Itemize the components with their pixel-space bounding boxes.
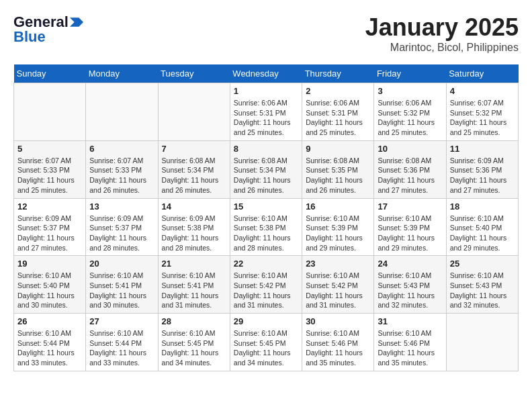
- cell-info: Sunrise: 6:10 AM Sunset: 5:45 PM Dayligh…: [162, 328, 226, 368]
- cell-info: Sunrise: 6:10 AM Sunset: 5:40 PM Dayligh…: [17, 271, 82, 310]
- calendar-cell: 1Sunrise: 6:06 AM Sunset: 5:31 PM Daylig…: [230, 83, 302, 141]
- calendar-cell: 26Sunrise: 6:10 AM Sunset: 5:44 PM Dayli…: [14, 314, 86, 371]
- calendar-cell: [86, 83, 158, 141]
- day-number: 6: [89, 144, 154, 154]
- day-number: 16: [306, 201, 370, 212]
- cell-info: Sunrise: 6:08 AM Sunset: 5:34 PM Dayligh…: [162, 156, 226, 195]
- cell-info: Sunrise: 6:08 AM Sunset: 5:35 PM Dayligh…: [306, 156, 370, 195]
- calendar-cell: 6Sunrise: 6:07 AM Sunset: 5:33 PM Daylig…: [86, 140, 158, 198]
- cell-info: Sunrise: 6:06 AM Sunset: 5:31 PM Dayligh…: [234, 98, 298, 138]
- svg-marker-0: [70, 17, 83, 26]
- weekday-header: Saturday: [446, 64, 518, 83]
- day-number: 27: [89, 316, 154, 326]
- calendar-cell: 17Sunrise: 6:10 AM Sunset: 5:39 PM Dayli…: [374, 198, 446, 256]
- calendar-week-row: 12Sunrise: 6:09 AM Sunset: 5:37 PM Dayli…: [14, 198, 519, 256]
- cell-info: Sunrise: 6:10 AM Sunset: 5:43 PM Dayligh…: [378, 271, 442, 310]
- cell-info: Sunrise: 6:10 AM Sunset: 5:45 PM Dayligh…: [234, 328, 298, 368]
- day-number: 3: [378, 86, 442, 96]
- cell-info: Sunrise: 6:09 AM Sunset: 5:37 PM Dayligh…: [17, 214, 82, 253]
- calendar-cell: 22Sunrise: 6:10 AM Sunset: 5:42 PM Dayli…: [230, 256, 302, 314]
- calendar-cell: 29Sunrise: 6:10 AM Sunset: 5:45 PM Dayli…: [230, 314, 302, 371]
- cell-info: Sunrise: 6:10 AM Sunset: 5:44 PM Dayligh…: [89, 328, 154, 368]
- day-number: 28: [162, 316, 226, 326]
- calendar-cell: 3Sunrise: 6:06 AM Sunset: 5:32 PM Daylig…: [374, 83, 446, 141]
- day-number: 7: [162, 144, 226, 154]
- cell-info: Sunrise: 6:06 AM Sunset: 5:31 PM Dayligh…: [306, 98, 370, 138]
- day-number: 9: [306, 144, 370, 154]
- cell-info: Sunrise: 6:09 AM Sunset: 5:38 PM Dayligh…: [162, 214, 226, 253]
- day-number: 8: [234, 144, 298, 154]
- logo-icon: [70, 17, 83, 27]
- weekday-header: Tuesday: [158, 64, 230, 83]
- calendar-cell: 8Sunrise: 6:08 AM Sunset: 5:34 PM Daylig…: [230, 140, 302, 198]
- cell-info: Sunrise: 6:10 AM Sunset: 5:42 PM Dayligh…: [306, 271, 370, 310]
- day-number: 19: [17, 259, 82, 269]
- cell-info: Sunrise: 6:10 AM Sunset: 5:43 PM Dayligh…: [450, 271, 515, 310]
- day-number: 1: [234, 86, 298, 96]
- calendar-cell: 14Sunrise: 6:09 AM Sunset: 5:38 PM Dayli…: [158, 198, 230, 256]
- location: Marintoc, Bicol, Philippines: [365, 42, 519, 54]
- day-number: 2: [306, 86, 370, 96]
- cell-info: Sunrise: 6:10 AM Sunset: 5:39 PM Dayligh…: [378, 214, 442, 253]
- day-number: 22: [234, 259, 298, 269]
- cell-info: Sunrise: 6:07 AM Sunset: 5:33 PM Dayligh…: [89, 156, 154, 195]
- cell-info: Sunrise: 6:10 AM Sunset: 5:41 PM Dayligh…: [162, 271, 226, 310]
- weekday-header: Wednesday: [230, 64, 302, 83]
- cell-info: Sunrise: 6:10 AM Sunset: 5:44 PM Dayligh…: [17, 328, 82, 368]
- cell-info: Sunrise: 6:07 AM Sunset: 5:33 PM Dayligh…: [17, 156, 82, 195]
- cell-info: Sunrise: 6:09 AM Sunset: 5:37 PM Dayligh…: [89, 214, 154, 253]
- day-number: 31: [378, 316, 442, 326]
- day-number: 12: [17, 201, 82, 212]
- cell-info: Sunrise: 6:06 AM Sunset: 5:32 PM Dayligh…: [378, 98, 442, 138]
- day-number: 26: [17, 316, 82, 326]
- calendar-cell: 24Sunrise: 6:10 AM Sunset: 5:43 PM Dayli…: [374, 256, 446, 314]
- cell-info: Sunrise: 6:08 AM Sunset: 5:36 PM Dayligh…: [378, 156, 442, 195]
- calendar-cell: 4Sunrise: 6:07 AM Sunset: 5:32 PM Daylig…: [446, 83, 518, 141]
- day-number: 23: [306, 259, 370, 269]
- cell-info: Sunrise: 6:10 AM Sunset: 5:42 PM Dayligh…: [234, 271, 298, 310]
- calendar-cell: [14, 83, 86, 141]
- weekday-header: Friday: [374, 64, 446, 83]
- calendar-cell: 2Sunrise: 6:06 AM Sunset: 5:31 PM Daylig…: [302, 83, 374, 141]
- day-number: 10: [378, 144, 442, 154]
- calendar-header: SundayMondayTuesdayWednesdayThursdayFrid…: [14, 64, 519, 83]
- cell-info: Sunrise: 6:10 AM Sunset: 5:38 PM Dayligh…: [234, 214, 298, 253]
- calendar-cell: 18Sunrise: 6:10 AM Sunset: 5:40 PM Dayli…: [446, 198, 518, 256]
- cell-info: Sunrise: 6:10 AM Sunset: 5:39 PM Dayligh…: [306, 214, 370, 253]
- calendar-cell: 10Sunrise: 6:08 AM Sunset: 5:36 PM Dayli…: [374, 140, 446, 198]
- logo-blue-text: Blue: [13, 28, 46, 46]
- calendar-week-row: 5Sunrise: 6:07 AM Sunset: 5:33 PM Daylig…: [14, 140, 519, 198]
- day-number: 24: [378, 259, 442, 269]
- calendar-cell: [158, 83, 230, 141]
- logo: General Blue: [13, 13, 83, 46]
- calendar-table: SundayMondayTuesdayWednesdayThursdayFrid…: [13, 64, 519, 371]
- title-section: January 2025 Marintoc, Bicol, Philippine…: [365, 13, 519, 54]
- month-title: January 2025: [365, 13, 519, 42]
- calendar-week-row: 1Sunrise: 6:06 AM Sunset: 5:31 PM Daylig…: [14, 83, 519, 141]
- calendar-cell: 13Sunrise: 6:09 AM Sunset: 5:37 PM Dayli…: [86, 198, 158, 256]
- cell-info: Sunrise: 6:10 AM Sunset: 5:46 PM Dayligh…: [306, 328, 370, 368]
- cell-info: Sunrise: 6:10 AM Sunset: 5:46 PM Dayligh…: [378, 328, 442, 368]
- page-header: General Blue January 2025 Marintoc, Bico…: [13, 13, 519, 54]
- day-number: 14: [162, 201, 226, 212]
- calendar-cell: 27Sunrise: 6:10 AM Sunset: 5:44 PM Dayli…: [86, 314, 158, 371]
- calendar-cell: 12Sunrise: 6:09 AM Sunset: 5:37 PM Dayli…: [14, 198, 86, 256]
- day-number: 5: [17, 144, 82, 154]
- day-number: 21: [162, 259, 226, 269]
- day-number: 18: [450, 201, 515, 212]
- weekday-header: Monday: [86, 64, 158, 83]
- day-number: 30: [306, 316, 370, 326]
- calendar-cell: 21Sunrise: 6:10 AM Sunset: 5:41 PM Dayli…: [158, 256, 230, 314]
- day-number: 20: [89, 259, 154, 269]
- cell-info: Sunrise: 6:09 AM Sunset: 5:36 PM Dayligh…: [450, 156, 515, 195]
- calendar-cell: 25Sunrise: 6:10 AM Sunset: 5:43 PM Dayli…: [446, 256, 518, 314]
- calendar-cell: 23Sunrise: 6:10 AM Sunset: 5:42 PM Dayli…: [302, 256, 374, 314]
- day-number: 13: [89, 201, 154, 212]
- calendar-cell: 28Sunrise: 6:10 AM Sunset: 5:45 PM Dayli…: [158, 314, 230, 371]
- calendar-week-row: 19Sunrise: 6:10 AM Sunset: 5:40 PM Dayli…: [14, 256, 519, 314]
- calendar-cell: 31Sunrise: 6:10 AM Sunset: 5:46 PM Dayli…: [374, 314, 446, 371]
- cell-info: Sunrise: 6:10 AM Sunset: 5:41 PM Dayligh…: [89, 271, 154, 310]
- cell-info: Sunrise: 6:10 AM Sunset: 5:40 PM Dayligh…: [450, 214, 515, 253]
- cell-info: Sunrise: 6:07 AM Sunset: 5:32 PM Dayligh…: [450, 98, 515, 138]
- day-number: 17: [378, 201, 442, 212]
